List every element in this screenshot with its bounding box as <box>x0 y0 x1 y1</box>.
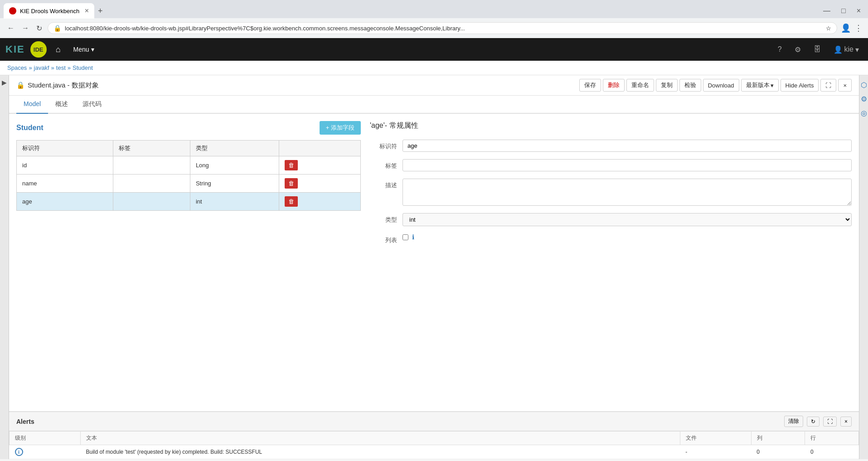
alert-col-level: 级别 <box>10 432 81 445</box>
briefcase-icon[interactable]: 🗄 <box>810 44 824 55</box>
tab-close-btn[interactable]: × <box>85 7 89 15</box>
field-delete-name[interactable]: 🗑 <box>279 175 361 193</box>
browser-tab[interactable]: KIE Drools Workbench × <box>4 3 94 19</box>
breadcrumb-spaces[interactable]: Spaces <box>7 64 27 71</box>
save-button[interactable]: 保存 <box>579 79 601 92</box>
back-button[interactable]: ← <box>5 22 16 34</box>
tab-source[interactable]: 源代码 <box>75 96 109 114</box>
delete-name-btn[interactable]: 🗑 <box>285 178 298 189</box>
alert-col-row: 行 <box>805 432 859 445</box>
col-header-identifier: 标识符 <box>17 141 113 156</box>
forward-button[interactable]: → <box>20 22 31 34</box>
validate-button[interactable]: 检验 <box>679 79 701 92</box>
model-class-name: Student <box>16 124 44 132</box>
expand-editor-button[interactable]: ⛶ <box>820 79 836 92</box>
alert-col-val: 0 <box>751 445 805 459</box>
desc-textarea[interactable] <box>402 179 852 206</box>
alert-col-col: 列 <box>751 432 805 445</box>
list-checkbox[interactable] <box>402 234 408 240</box>
close-window-btn[interactable]: × <box>853 6 864 16</box>
editor-header: 🔒 Student.java - 数据对象 保存 删除 重命名 复制 检验 Do… <box>9 75 859 96</box>
model-section: Student + 添加字段 标识符 标签 类型 <box>16 121 361 252</box>
user-menu[interactable]: 👤 kie ▾ <box>830 44 863 56</box>
list-info-icon[interactable]: ℹ <box>412 233 414 241</box>
bookmark-icon[interactable]: ☆ <box>826 25 831 32</box>
url-text: localhost:8080/kie-drools-wb/kie-drools-… <box>65 25 822 32</box>
table-row[interactable]: name String 🗑 <box>17 175 361 193</box>
alert-col-text: 文本 <box>81 432 680 445</box>
help-icon[interactable]: ? <box>774 44 786 55</box>
col-header-type: 类型 <box>190 141 279 156</box>
properties-section: 'age'- 常规属性 标识符 标签 描述 类型 <box>370 121 852 252</box>
label-input[interactable] <box>402 159 852 171</box>
fields-table: 标识符 标签 类型 id Long 🗑 <box>16 140 361 211</box>
tab-overview[interactable]: 概述 <box>48 96 75 114</box>
identifier-label: 标识符 <box>370 140 397 150</box>
rename-button[interactable]: 重命名 <box>626 79 654 92</box>
profile-icon[interactable]: 👤 <box>841 23 851 33</box>
alerts-clear-btn[interactable]: 清除 <box>784 416 803 427</box>
tab-favicon <box>9 7 16 15</box>
refresh-button[interactable]: ↻ <box>34 22 44 34</box>
breadcrumb-sep-2: » <box>51 64 54 71</box>
copy-button[interactable]: 复制 <box>656 79 678 92</box>
alert-row-val: 0 <box>805 445 859 459</box>
prop-row-identifier: 标识符 <box>370 140 852 152</box>
tab-title: KIE Drools Workbench <box>20 8 79 15</box>
type-select[interactable]: int String Long Double Boolean <box>402 213 852 226</box>
delete-age-btn[interactable]: 🗑 <box>285 196 298 207</box>
breadcrumb-sep-3: » <box>68 64 71 71</box>
alerts-title: Alerts <box>16 418 781 425</box>
identifier-input[interactable] <box>402 140 852 152</box>
delete-button[interactable]: 删除 <box>603 79 625 92</box>
breadcrumb-test[interactable]: test <box>56 64 66 71</box>
alerts-table: 级别 文本 文件 列 行 i Build of module 'test' (r… <box>9 431 859 459</box>
alerts-refresh-btn[interactable]: ↻ <box>807 417 820 427</box>
menu-button[interactable]: Menu ▾ <box>70 44 98 55</box>
new-tab-button[interactable]: + <box>94 5 107 18</box>
alerts-panel: Alerts 清除 ↻ ⛶ × 级别 文本 文件 列 行 <box>9 411 859 459</box>
address-bar[interactable]: 🔒 localhost:8080/kie-drools-wb/kie-drool… <box>48 22 837 34</box>
file-lock-icon: 🔒 <box>16 81 25 89</box>
app-header: KIE IDE ⌂ Menu ▾ ? ⚙ 🗄 👤 kie ▾ <box>0 38 868 61</box>
home-button[interactable]: ⌂ <box>52 43 64 56</box>
maximize-btn[interactable]: □ <box>838 6 849 16</box>
table-row[interactable]: age int 🗑 <box>17 193 361 211</box>
prop-row-type: 类型 int String Long Double Boolean <box>370 213 852 226</box>
field-delete-id[interactable]: 🗑 <box>279 156 361 175</box>
field-type-age: int <box>190 193 279 211</box>
field-label-name <box>113 175 190 193</box>
field-type-name: String <box>190 175 279 193</box>
prop-row-label: 标签 <box>370 159 852 171</box>
alerts-header: Alerts 清除 ↻ ⛶ × <box>9 412 859 431</box>
delete-id-btn[interactable]: 🗑 <box>285 160 298 170</box>
minimize-btn[interactable]: — <box>820 6 834 16</box>
alert-row: i Build of module 'test' (requested by k… <box>10 445 859 459</box>
add-field-button[interactable]: + 添加字段 <box>320 121 361 135</box>
field-label-age <box>113 193 190 211</box>
breadcrumb-sep-1: » <box>29 64 32 71</box>
hide-alerts-button[interactable]: Hide Alerts <box>781 79 819 92</box>
field-type-id: Long <box>190 156 279 175</box>
alerts-close-btn[interactable]: × <box>840 417 852 427</box>
right-sidebar-icon-3[interactable]: ◎ <box>859 107 868 119</box>
user-avatar-icon: 👤 <box>834 45 843 54</box>
editor-toolbar: 保存 删除 重命名 复制 检验 Download 最新版本 ▾ Hide Ale… <box>579 79 852 92</box>
breadcrumb-javakf[interactable]: javakf <box>34 64 49 71</box>
right-sidebar-icon-2[interactable]: ⚙ <box>859 93 868 105</box>
tab-model[interactable]: Model <box>16 96 48 114</box>
settings-icon[interactable]: ⚙ <box>791 44 805 56</box>
menu-dots-icon[interactable]: ⋮ <box>854 23 863 33</box>
alerts-expand-btn[interactable]: ⛶ <box>823 417 837 427</box>
editor-body: Student + 添加字段 标识符 标签 类型 <box>9 114 859 259</box>
file-title: 🔒 Student.java - 数据对象 <box>16 81 576 90</box>
close-editor-button[interactable]: × <box>838 79 852 92</box>
field-delete-age[interactable]: 🗑 <box>279 193 361 211</box>
right-sidebar-icon-1[interactable]: ⬡ <box>859 79 868 91</box>
download-button[interactable]: Download <box>703 79 739 92</box>
alert-text: Build of module 'test' (requested by kie… <box>81 445 680 459</box>
table-row[interactable]: id Long 🗑 <box>17 156 361 175</box>
sidebar-toggle-btn[interactable]: ▶ <box>2 79 7 86</box>
label-label: 标签 <box>370 159 397 170</box>
latest-version-button[interactable]: 最新版本 ▾ <box>741 79 779 92</box>
